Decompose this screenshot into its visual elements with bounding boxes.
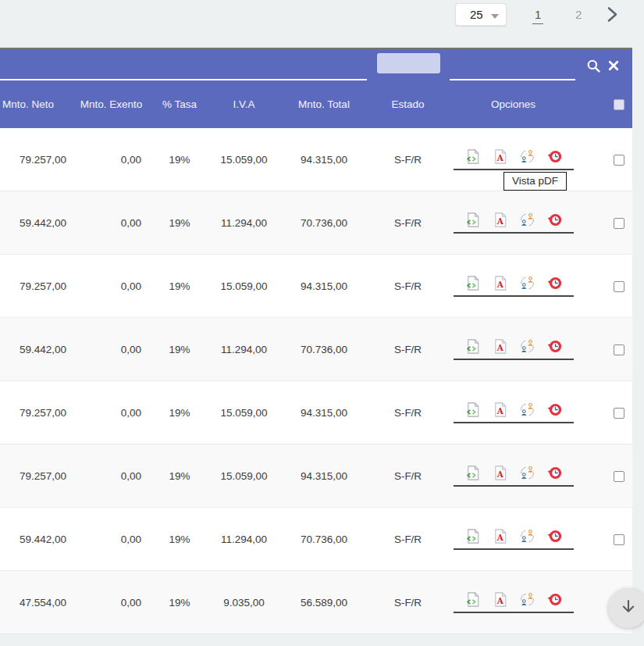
- cell-tasa: 19%: [144, 534, 215, 545]
- transfer-user-icon[interactable]: [520, 149, 535, 164]
- row-options: A: [454, 339, 574, 360]
- table-row: 59.442,00 0,00 19% 11.294,00 70.736,00 S…: [0, 191, 632, 255]
- cell-mnto-total: 94.315,00: [273, 280, 375, 292]
- row-checkbox[interactable]: [614, 155, 624, 166]
- history-icon[interactable]: [547, 212, 562, 227]
- xml-file-icon[interactable]: [465, 212, 480, 227]
- screen: 25 1 2: [0, 0, 644, 646]
- column-header-mnto-exento: Mnto. Exento: [78, 98, 144, 110]
- row-checkbox[interactable]: [614, 471, 624, 482]
- xml-file-icon[interactable]: [465, 276, 480, 291]
- transfer-user-icon[interactable]: [520, 339, 535, 354]
- pdf-file-icon[interactable]: A: [493, 529, 507, 544]
- cell-iva: 9.035,00: [215, 597, 273, 609]
- history-icon[interactable]: [547, 466, 562, 480]
- transfer-user-icon[interactable]: [520, 276, 535, 291]
- row-options: A: [454, 402, 574, 423]
- xml-file-icon[interactable]: [465, 339, 480, 354]
- table-header: Mnto. Neto Mnto. Exento % Tasa I.V.A Mnt…: [0, 48, 632, 128]
- close-icon: [608, 60, 619, 73]
- select-all-checkbox[interactable]: [614, 99, 624, 110]
- chevron-down-icon: [491, 8, 499, 22]
- column-header-iva: I.V.A: [215, 98, 273, 110]
- row-checkbox[interactable]: [614, 218, 624, 229]
- filter-input-amounts[interactable]: [0, 79, 367, 80]
- pdf-file-icon[interactable]: A: [493, 402, 507, 417]
- cell-mnto-neto: 59.442,00: [0, 534, 78, 545]
- column-header-mnto-neto: Mnto. Neto: [0, 98, 78, 110]
- page-size-select[interactable]: 25: [455, 3, 507, 26]
- table-row: 59.442,00 0,00 19% 11.294,00 70.736,00 S…: [0, 318, 632, 381]
- cell-estado: S-F/R: [375, 407, 441, 419]
- cell-opciones: A: [441, 339, 585, 360]
- search-button[interactable]: [586, 59, 601, 73]
- page-number-2[interactable]: 2: [573, 8, 584, 23]
- transfer-user-icon[interactable]: [520, 592, 535, 607]
- cell-mnto-neto: 47.554,00: [0, 597, 78, 609]
- cell-tasa: 19%: [144, 344, 215, 355]
- history-icon[interactable]: [547, 339, 562, 354]
- pdf-file-icon[interactable]: A: [493, 466, 507, 480]
- cell-iva: 15.059,00: [215, 154, 273, 166]
- row-options: A: [454, 466, 574, 487]
- close-search-button[interactable]: [608, 60, 619, 71]
- cell-mnto-total: 94.315,00: [273, 470, 375, 482]
- cell-mnto-exento: 0,00: [78, 407, 144, 419]
- row-checkbox[interactable]: [614, 534, 624, 545]
- cell-estado: S-F/R: [375, 344, 441, 355]
- pagination-bar: 25 1 2: [0, 0, 644, 48]
- table-body: 79.257,00 0,00 19% 15.059,00 94.315,00 S…: [0, 128, 632, 634]
- transfer-user-icon[interactable]: [520, 466, 535, 480]
- cell-iva: 15.059,00: [215, 407, 273, 419]
- history-icon[interactable]: [547, 402, 562, 417]
- column-header-opciones: Opciones: [441, 98, 585, 110]
- cell-estado: S-F/R: [375, 154, 441, 166]
- svg-text:A: A: [496, 216, 504, 226]
- xml-file-icon[interactable]: [465, 402, 480, 417]
- search-icon: [586, 62, 601, 76]
- column-header-estado: Estado: [375, 98, 441, 110]
- transfer-user-icon[interactable]: [520, 529, 535, 544]
- history-icon[interactable]: [547, 276, 562, 291]
- pdf-file-icon[interactable]: A: [493, 149, 507, 164]
- cell-mnto-total: 70.736,00: [273, 534, 375, 545]
- pdf-file-icon[interactable]: A: [493, 592, 507, 607]
- history-icon[interactable]: [547, 149, 562, 164]
- cell-opciones: A: [441, 466, 585, 487]
- history-icon[interactable]: [547, 592, 562, 607]
- xml-file-icon[interactable]: [465, 149, 480, 164]
- next-page-button[interactable]: [604, 5, 620, 27]
- row-checkbox[interactable]: [614, 344, 624, 355]
- svg-text:A: A: [496, 153, 504, 162]
- cell-mnto-total: 94.315,00: [273, 407, 375, 419]
- cell-iva: 15.059,00: [215, 280, 273, 292]
- scroll-down-button[interactable]: [608, 588, 644, 628]
- table-row: 47.554,00 0,00 19% 9.035,00 56.589,00 S-…: [0, 571, 632, 634]
- chevron-right-icon: [604, 12, 620, 26]
- cell-mnto-exento: 0,00: [78, 217, 144, 229]
- table-row: 79.257,00 0,00 19% 15.059,00 94.315,00 S…: [0, 255, 632, 318]
- filter-input-opciones[interactable]: [450, 79, 575, 80]
- pdf-file-icon[interactable]: A: [493, 212, 507, 227]
- xml-file-icon[interactable]: [465, 529, 480, 544]
- xml-file-icon[interactable]: [465, 466, 480, 480]
- estado-filter-input[interactable]: [377, 53, 440, 73]
- cell-mnto-exento: 0,00: [78, 534, 144, 545]
- cell-mnto-exento: 0,00: [78, 344, 144, 355]
- pdf-file-icon[interactable]: A: [493, 339, 507, 354]
- column-header-tasa: % Tasa: [144, 98, 215, 110]
- cell-iva: 11.294,00: [215, 217, 273, 229]
- row-checkbox[interactable]: [614, 408, 624, 419]
- cell-tasa: 19%: [144, 217, 215, 229]
- row-checkbox[interactable]: [614, 281, 624, 292]
- history-icon[interactable]: [547, 529, 562, 544]
- cell-mnto-total: 56.589,00: [273, 597, 375, 609]
- svg-text:A: A: [496, 596, 504, 605]
- page-number-1[interactable]: 1: [532, 8, 543, 24]
- xml-file-icon[interactable]: [465, 592, 480, 607]
- transfer-user-icon[interactable]: [520, 212, 535, 227]
- transfer-user-icon[interactable]: [520, 402, 535, 417]
- table-row: 59.442,00 0,00 19% 11.294,00 70.736,00 S…: [0, 508, 632, 571]
- pdf-file-icon[interactable]: A: [493, 276, 507, 291]
- cell-estado: S-F/R: [375, 534, 441, 545]
